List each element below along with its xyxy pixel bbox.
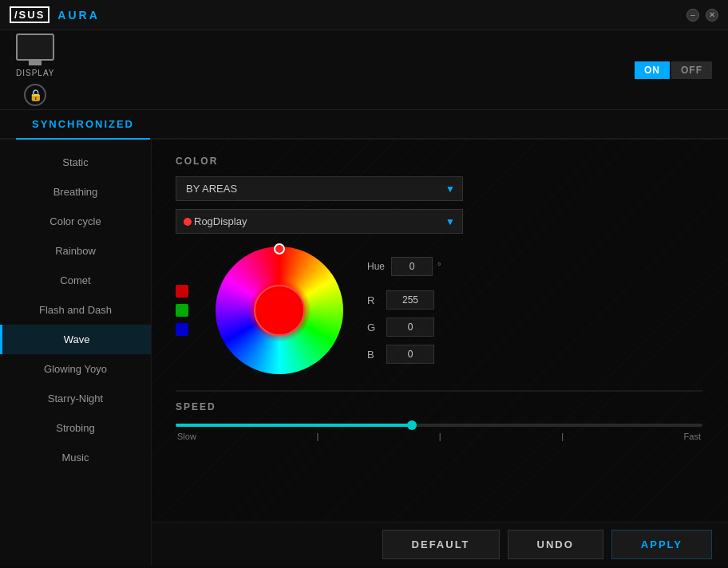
lock-icon[interactable]: 🔒	[24, 84, 46, 106]
minimize-button[interactable]: –	[686, 9, 699, 22]
b-input[interactable]	[386, 345, 434, 364]
speed-slider-thumb[interactable]	[407, 420, 417, 430]
tab-synchronized[interactable]: SYNCHRONIZED	[16, 110, 150, 140]
sidebar-item-starry-night[interactable]: Starry-Night	[0, 384, 151, 413]
sidebar-item-color-cycle[interactable]: Color cycle	[0, 207, 151, 236]
sidebar-item-wave[interactable]: Wave	[0, 325, 151, 354]
swatch-red[interactable]	[176, 285, 188, 298]
b-label: B	[367, 349, 380, 361]
sidebar-item-breathing[interactable]: Breathing	[0, 177, 151, 207]
display-icon-area: DISPLAY 🔒	[16, 34, 55, 106]
tick1: |	[316, 432, 318, 441]
by-areas-dropdown[interactable]: BY AREAS	[176, 176, 463, 201]
separator	[176, 390, 702, 392]
speed-slider-track	[176, 424, 702, 427]
color-wheel-center	[254, 285, 305, 336]
title-bar: /SUS AURA – ✕	[0, 0, 728, 30]
sidebar-item-glowing-yoyo[interactable]: Glowing Yoyo	[0, 354, 151, 384]
sidebar: Static Breathing Color cycle Rainbow Com…	[0, 140, 152, 566]
title-buttons: – ✕	[686, 9, 718, 22]
sidebar-item-static[interactable]: Static	[0, 148, 151, 177]
sidebar-item-strobing[interactable]: Strobing	[0, 413, 151, 443]
color-wheel[interactable]	[216, 247, 343, 374]
g-label: G	[367, 321, 380, 333]
main-content: Static Breathing Color cycle Rainbow Com…	[0, 140, 728, 566]
header-area: DISPLAY 🔒 ON OFF	[0, 30, 728, 110]
fast-label: Fast	[684, 432, 701, 441]
tick3: |	[561, 432, 564, 441]
g-row: G	[367, 318, 441, 337]
slow-label: Slow	[177, 432, 196, 441]
swatch-green[interactable]	[176, 304, 188, 317]
dropdown-row-2: RogDisplay ▼	[176, 209, 704, 234]
degree-sign: °	[437, 261, 441, 272]
display-label: DISPLAY	[16, 69, 55, 77]
sidebar-item-rainbow[interactable]: Rainbow	[0, 236, 151, 266]
color-section: COLOR BY AREAS ▼ RogDisplay ▼	[176, 156, 704, 374]
swatch-blue[interactable]	[176, 323, 188, 336]
speed-section: SPEED Slow | | | Fast	[176, 390, 704, 441]
hue-label: Hue	[367, 261, 386, 272]
title-left: /SUS AURA	[10, 6, 100, 23]
undo-button[interactable]: UNDO	[508, 530, 603, 559]
g-input[interactable]	[386, 318, 434, 337]
r-row: R	[367, 290, 441, 310]
dropdown-wrapper-1: BY AREAS ▼	[176, 176, 463, 201]
hue-rgb-area: Hue ° R G B	[367, 257, 441, 364]
color-wheel-container[interactable]	[216, 247, 343, 374]
tab-bar: SYNCHRONIZED	[0, 110, 728, 140]
sidebar-item-comet[interactable]: Comet	[0, 266, 151, 295]
right-panel: COLOR BY AREAS ▼ RogDisplay ▼	[152, 140, 728, 566]
speed-labels: Slow | | | Fast	[176, 432, 702, 441]
color-section-title: COLOR	[176, 156, 704, 167]
speed-slider-fill	[176, 424, 413, 427]
hue-input[interactable]	[391, 257, 433, 276]
monitor-icon	[16, 34, 54, 61]
r-label: R	[367, 294, 380, 306]
hue-row: Hue °	[367, 257, 441, 276]
speed-section-title: SPEED	[176, 401, 704, 412]
color-swatches	[176, 285, 188, 336]
r-input[interactable]	[386, 290, 434, 310]
dropdown-wrapper-2: RogDisplay ▼	[176, 209, 463, 234]
toggle-on-button[interactable]: ON	[635, 61, 670, 79]
apply-button[interactable]: APPLY	[611, 530, 712, 559]
tick2: |	[439, 432, 441, 441]
toggle-off-button[interactable]: OFF	[671, 61, 712, 79]
close-button[interactable]: ✕	[706, 9, 718, 22]
color-area: Hue ° R G B	[176, 247, 704, 374]
sidebar-item-music[interactable]: Music	[0, 443, 151, 472]
bottom-bar: DEFAULT UNDO APPLY	[152, 522, 728, 566]
default-button[interactable]: DEFAULT	[382, 530, 500, 559]
sidebar-item-flash-and-dash[interactable]: Flash and Dash	[0, 295, 151, 325]
app-title: AURA	[57, 9, 99, 22]
dropdown-row-1: BY AREAS ▼	[176, 176, 704, 201]
b-row: B	[367, 345, 441, 364]
asus-logo: /SUS	[10, 6, 49, 23]
toggle-area: ON OFF	[635, 61, 712, 79]
rog-display-dropdown[interactable]: RogDisplay	[176, 209, 463, 234]
wheel-handle[interactable]	[274, 243, 285, 254]
